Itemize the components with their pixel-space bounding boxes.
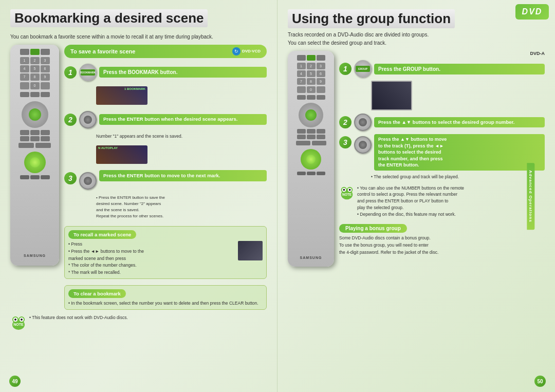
recall-section: To recall a marked scene • Press • Press… (64, 226, 267, 279)
r-btn (297, 86, 306, 93)
left-subtitle: You can bookmark a favorite scene within… (10, 33, 267, 41)
clear-text: • In the bookmark screen, select the num… (68, 300, 263, 307)
r-btn (307, 172, 316, 175)
remote-btn (41, 136, 50, 141)
remote-bottom-btns (20, 175, 50, 179)
recall-content: • Press • Press the ◄► buttons to move t… (68, 241, 263, 276)
r-step1-number: 1 (339, 63, 351, 75)
step2-note: Number "1" appears and the scene is save… (96, 134, 267, 140)
remote-btn: 0 (30, 82, 40, 89)
step3-note-3: and the scene is saved. (96, 207, 267, 213)
dvd-logo: DVD (515, 4, 549, 20)
remote-btn (30, 49, 40, 55)
r-num-btn: 7 (297, 78, 306, 85)
note-frog-icon: NOTE (10, 314, 27, 331)
recall-bullet3: * The color of the number changes. (68, 262, 235, 269)
r-num-btn: 6 (317, 70, 325, 77)
remote-num-btn: 9 (41, 73, 50, 81)
r-remote-extra: 0 (297, 86, 325, 93)
r-step3-note: • The selected group and track will be p… (371, 174, 545, 180)
r-step1-row: 1 GROUP Press the GROUP button. (339, 60, 545, 78)
page-number-right: 50 (534, 376, 546, 387)
r-remote-btn (317, 55, 325, 61)
step2-row: 2 Press the ENTER button when the desire… (64, 111, 267, 128)
step1-row: 1 BOOKMARK Press the BOOKMARK button. (64, 64, 267, 81)
r-main-btn (301, 149, 321, 170)
r-btn (307, 129, 316, 134)
remote-num-btn: 2 (30, 57, 40, 64)
remote-transport (20, 130, 50, 141)
step3-note-1: • Press the ENTER button to save the (96, 195, 267, 201)
r-btn (317, 129, 325, 134)
svg-point-14 (349, 189, 351, 191)
recall-bullet4: * The mark will be recalled. (68, 269, 235, 276)
remote-btn (30, 92, 40, 97)
right-content-area: 1 2 3 4 5 6 7 8 9 0 (288, 51, 545, 267)
remote-btn (30, 136, 40, 141)
step2-button (79, 111, 97, 128)
remote-btn (41, 82, 50, 89)
remote-num-btn: 1 (20, 57, 29, 64)
r-remote-top (297, 55, 325, 61)
r-num-btn: 8 (307, 78, 316, 85)
recall-bullet1: • Press (68, 241, 235, 248)
svg-point-5 (14, 319, 16, 321)
r-step3-number: 3 (339, 136, 351, 148)
remote-main-button (24, 152, 46, 173)
r-remote-nums: 1 2 3 4 5 6 7 8 9 (297, 63, 325, 85)
r-btn (317, 172, 325, 175)
enter-btn-inner (84, 116, 92, 124)
tv-thumbnail (371, 81, 412, 110)
remote-left: 1 2 3 4 5 6 7 8 9 0 (10, 45, 59, 266)
bonus-line2: To use the bonus group, you will need to… (339, 242, 545, 249)
r-step2-row: 2 Press the ▲▼ buttons to select the des… (339, 114, 545, 131)
r-btn (296, 141, 310, 145)
r-main-btn-inner (306, 155, 316, 164)
recall-header: To recall a marked scene (68, 230, 136, 239)
r-num-btn: 9 (317, 78, 325, 85)
remote-btn (20, 92, 29, 97)
r-btn (307, 135, 316, 139)
left-title: Bookmarking a desired scene (10, 9, 208, 27)
step3-number: 3 (64, 172, 77, 184)
r-step3-line1: Press the ▲▼ buttons to move (378, 136, 541, 143)
r-num-btn: 2 (307, 63, 316, 69)
remote-btn (35, 143, 51, 148)
right-steps: DVD-A 1 GROUP Press the GROUP button. (339, 51, 545, 267)
remote-num-buttons: 1 2 3 4 5 6 7 8 9 (20, 57, 50, 81)
r-enter-btn3-inner (359, 141, 367, 149)
svg-text:NOTE: NOTE (342, 192, 352, 196)
remote-btn (20, 136, 29, 141)
save-section-header: To save a favorite scene ↻ DVD·VCD (64, 45, 267, 58)
step3-button (79, 172, 97, 190)
bookmark-text: BOOKMARK (80, 71, 96, 74)
screenshot-label: 1 BOOKMARK (124, 87, 145, 90)
left-section: Bookmarking a desired scene You can book… (0, 0, 278, 392)
remote-extra-buttons: 0 (20, 82, 50, 89)
step3-note-4: Repeat the process for other scenes. (96, 213, 267, 219)
clear-header: To clear a bookmark (68, 289, 126, 298)
clear-section: To clear a bookmark • In the bookmark sc… (64, 285, 267, 310)
remote-main-button-inner (30, 157, 40, 167)
step2-description: Press the ENTER button when the desired … (99, 114, 267, 124)
step3-description: Press the ENTER button to move to the ne… (99, 170, 267, 181)
remote-btn (41, 130, 50, 135)
screenshot2-label: N AUTOPLAY (98, 146, 118, 150)
dvd-vcd-area: ↻ DVD·VCD (232, 47, 261, 55)
remote-num-btn: 3 (41, 57, 50, 64)
left-note-section: NOTE • This feature does not work with D… (10, 314, 267, 331)
r-btn (297, 172, 306, 175)
remote-num-btn: 8 (30, 73, 40, 81)
step3-row: 3 Press the ENTER button to move to the … (64, 170, 267, 190)
r-step2-description: Press the ▲▼ buttons to select the desir… (374, 117, 545, 127)
r-step3-button (354, 136, 372, 154)
r-step3-line4: track number, and then press (378, 156, 541, 162)
sync-symbol: ↻ (234, 49, 238, 54)
r-btn (297, 95, 306, 100)
save-header-text: To save a favorite scene (70, 48, 135, 54)
remote-btn (20, 49, 29, 55)
r-note-frog: NOTE (339, 185, 355, 200)
r-remote-btn (297, 55, 306, 61)
r-step1-button: GROUP (354, 60, 372, 78)
sync-icon: ↻ (232, 47, 240, 55)
